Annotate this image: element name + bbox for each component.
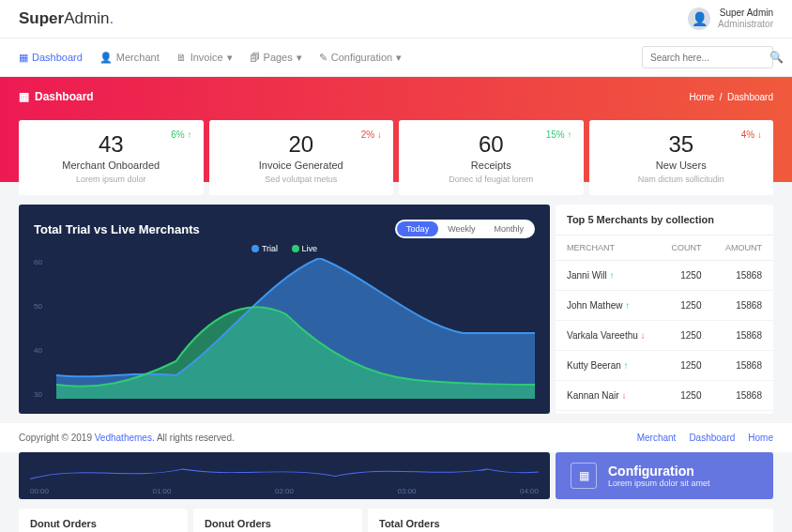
table-row[interactable]: Kannan Nair ↓125015868 (556, 381, 773, 411)
donut-card-1: Donut Orders (19, 509, 188, 532)
nav-merchant[interactable]: 👤Merchant (99, 52, 160, 64)
caret-down-icon: ▾ (227, 52, 233, 64)
pages-icon: 🗐 (250, 52, 260, 63)
table-row[interactable]: Varkala Vareethu ↓125015868 (556, 321, 773, 351)
avatar: 👤 (688, 8, 710, 30)
stat-receipts: 15% ↑ 60 Receipts Donec id feugiat lorem (399, 120, 584, 195)
brand-logo[interactable]: SuperAdmin. (19, 9, 114, 28)
user-name: Super Admin (718, 8, 773, 19)
user-role: Administrator (718, 19, 773, 30)
range-toggle: Today Weekly Monthly (395, 220, 535, 238)
card-title: Top 5 Merchants by collection (556, 205, 773, 236)
stat-invoice-generated: 2% ↓ 20 Invoice Generated Sed volutpat m… (209, 120, 394, 195)
search-box[interactable]: 🔍 (642, 46, 773, 68)
footer-brand-link[interactable]: Vedhathemes (95, 433, 152, 443)
topbar: SuperAdmin. 👤 Super Admin Administrator (0, 0, 792, 38)
stat-new-users: 4% ↓ 35 New Users Nam dictum sollicitudi… (589, 120, 774, 195)
stat-delta: 15% ↑ (546, 129, 572, 140)
breadcrumb: Home / Dashboard (689, 92, 773, 102)
footer-link-merchant[interactable]: Merchant (637, 433, 677, 443)
grid-icon: ▦ (19, 90, 29, 103)
caret-down-icon: ▾ (396, 52, 402, 64)
search-input[interactable] (650, 53, 769, 63)
footer-link-home[interactable]: Home (748, 433, 773, 443)
toggle-monthly[interactable]: Monthly (484, 221, 533, 236)
nav-pages[interactable]: 🗐Pages▾ (250, 52, 302, 64)
stat-sub: Nam dictum sollicitudin (602, 175, 761, 184)
config-card[interactable]: ▦ Configuration Lorem ipsum dolor sit am… (556, 452, 773, 499)
stat-sub: Lorem ipsum dolor (32, 175, 190, 184)
table-row[interactable]: John Mathew ↑125015868 (556, 291, 773, 321)
stat-delta: 6% ↑ (171, 129, 191, 140)
area-chart-card: Total Trial vs Live Merchants Today Week… (19, 205, 550, 414)
toggle-today[interactable]: Today (397, 221, 438, 236)
stat-value: 20 (222, 131, 381, 158)
search-icon[interactable]: 🔍 (769, 51, 784, 64)
stat-delta: 2% ↓ (361, 129, 382, 140)
chart-legend: Trial Live (34, 244, 535, 254)
stat-sub: Donec id feugiat lorem (412, 175, 571, 184)
config-icon: ▦ (571, 463, 597, 489)
caret-down-icon: ▾ (297, 52, 302, 64)
toggle-weekly[interactable]: Weekly (438, 221, 484, 236)
total-orders-card: Total Orders Net Profit Revenue Free Cas… (368, 509, 773, 532)
bottom-row: Donut Orders Donut Orders Total Orders N… (19, 509, 773, 532)
crumb-home[interactable]: Home (689, 92, 714, 102)
nav-configuration[interactable]: ✎Configuration▾ (319, 52, 402, 64)
footer-link-dashboard[interactable]: Dashboard (689, 433, 735, 443)
donut-card-2: Donut Orders (193, 509, 362, 532)
page-title: Dashboard (35, 90, 94, 103)
stat-label: New Users (602, 160, 761, 171)
config-sub: Lorem ipsum dolor sit amet (608, 479, 710, 488)
navbar: ▦Dashboard 👤Merchant 🗎Invoice▾ 🗐Pages▾ ✎… (0, 38, 792, 77)
config-title: Configuration (608, 464, 710, 479)
merchants-table: MERCHANT COUNT AMOUNT Janni Will ↑125015… (556, 236, 773, 411)
person-icon: 👤 (99, 52, 113, 64)
below-row: 00:00 01:00 02:00 03:00 04:00 ▦ Configur… (19, 452, 773, 499)
wand-icon: ✎ (319, 52, 327, 64)
stat-delta: 4% ↓ (741, 129, 762, 140)
crumb-current: Dashboard (727, 92, 773, 102)
stats-row: 6% ↑ 43 Merchant Onboarded Lorem ipsum d… (19, 120, 773, 195)
stat-label: Merchant Onboarded (32, 160, 190, 171)
doc-icon: 🗎 (176, 52, 187, 63)
stat-label: Receipts (412, 160, 571, 171)
stat-label: Invoice Generated (222, 160, 381, 171)
stat-value: 43 (32, 131, 190, 158)
nav-invoice[interactable]: 🗎Invoice▾ (176, 52, 233, 64)
mini-line-chart: 00:00 01:00 02:00 03:00 04:00 (19, 452, 550, 499)
table-row[interactable]: Kutty Beeran ↑125015868 (556, 351, 773, 381)
footer: Copyright © 2019 Vedhathemes. All rights… (0, 423, 792, 452)
stat-value: 35 (602, 131, 761, 158)
top-merchants-card: Top 5 Merchants by collection MERCHANT C… (556, 205, 773, 414)
table-row[interactable]: Janni Will ↑125015868 (556, 261, 773, 291)
stat-sub: Sed volutpat metus (222, 175, 381, 184)
area-chart: 60504030 (34, 258, 535, 399)
grid-icon: ▦ (19, 52, 28, 64)
chart-title: Total Trial vs Live Merchants (34, 222, 200, 236)
user-menu[interactable]: 👤 Super Admin Administrator (688, 8, 773, 30)
stat-merchant-onboarded: 6% ↑ 43 Merchant Onboarded Lorem ipsum d… (19, 120, 204, 195)
nav-dashboard[interactable]: ▦Dashboard (19, 52, 83, 64)
main-row: Total Trial vs Live Merchants Today Week… (19, 205, 773, 414)
